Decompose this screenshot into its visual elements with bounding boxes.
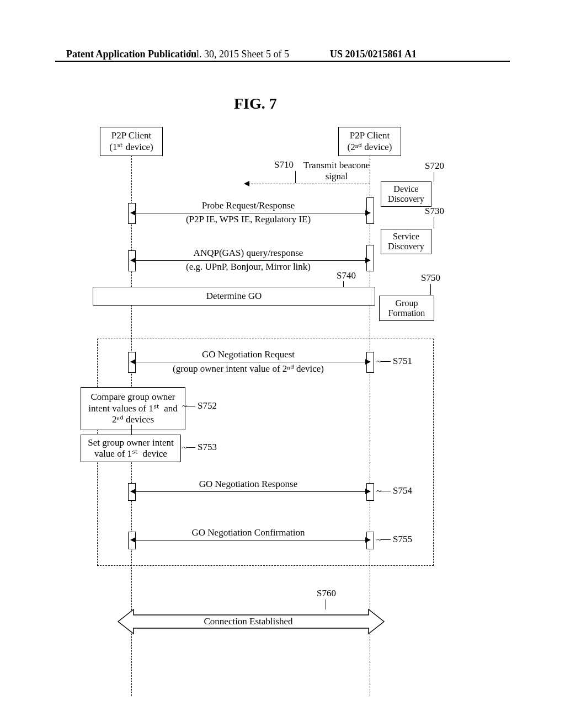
step-s752: S752 [198, 400, 217, 411]
connector-boxes [131, 425, 132, 435]
tilde-s754: ~ [376, 486, 381, 497]
arrow-s754-head-right-icon [365, 489, 371, 494]
leader-s755-seg [381, 539, 391, 540]
tilde-s755: ~ [376, 534, 381, 545]
leader-s751-seg [381, 361, 391, 362]
arrow-s754-head-left-icon [130, 489, 136, 494]
tilde-s753: ~ [182, 442, 187, 453]
arrow-s751 [135, 362, 366, 362]
step-s720: S720 [425, 160, 444, 172]
leader-s750 [430, 284, 431, 295]
entity-right-line2: (2ⁿᵈ device) [345, 141, 394, 153]
figure-label: FIG. 7 [234, 95, 277, 113]
arrow-anqp-head-right-icon [365, 258, 371, 263]
step-s740: S740 [337, 270, 356, 281]
tilde-s752: ~ [182, 401, 187, 412]
entity-left-line2: (1ˢᵗ device) [107, 141, 156, 153]
arrow-s755 [135, 540, 366, 540]
msg-connection: Connection Established [204, 616, 292, 627]
header-left: Patent Application Publication [66, 49, 196, 60]
step-s710: S710 [274, 159, 294, 170]
msg-s751-main: GO Negotiation Request [202, 349, 295, 360]
header-pub: US 2015/0215861 A1 [330, 49, 417, 60]
box-set-intent: Set group owner intent value of 1ˢᵗ devi… [81, 435, 181, 462]
step-s755: S755 [393, 534, 412, 545]
header-rule [55, 61, 510, 62]
step-s730: S730 [425, 206, 444, 217]
msg-probe-main: Probe Request/Response [202, 200, 295, 211]
arrow-anqp-head-left-icon [130, 258, 136, 263]
header-date: Jul. 30, 2015 Sheet 5 of 5 [188, 49, 289, 60]
arrow-probe [135, 213, 366, 213]
arrow-beacon [248, 184, 370, 184]
leader-s753-seg [186, 447, 195, 448]
entity-left-line1: P2P Client [107, 130, 156, 141]
arrow-anqp [135, 260, 366, 261]
page: Patent Application Publication Jul. 30, … [0, 0, 565, 728]
msg-anqp-sub: (e.g. UPnP, Bonjour, Mirror link) [186, 261, 311, 272]
box-determine-go: Determine GO [93, 287, 375, 306]
msg-anqp-main: ANQP(GAS) query/response [194, 248, 303, 259]
step-s753: S753 [198, 442, 217, 453]
arrow-probe-head-right-icon [365, 210, 371, 216]
leader-s754-seg [381, 491, 391, 491]
tilde-s751: ~ [376, 356, 381, 367]
msg-s751-sub: (group owner intent value of 2ⁿᵈ device) [173, 363, 324, 374]
msg-s754: GO Negotiation Response [199, 479, 297, 490]
msg-s755: GO Negotiation Confirmation [192, 527, 305, 538]
step-s754: S754 [393, 485, 412, 496]
arrow-s751-head-right-icon [365, 359, 371, 365]
phase-group-formation: Group Formation [379, 296, 434, 321]
leader-s730 [434, 217, 434, 228]
phase-service-discovery: Service Discovery [381, 229, 431, 254]
arrow-head-left-icon [244, 181, 249, 186]
arrow-s754 [135, 491, 366, 492]
arrow-probe-head-left-icon [130, 210, 136, 216]
leader-s752-seg [186, 406, 195, 406]
step-s750: S750 [421, 272, 440, 283]
step-s760: S760 [317, 588, 336, 599]
box-compare: Compare group owner intent values of 1ˢᵗ… [81, 387, 185, 430]
leader-s720 [434, 172, 434, 182]
sequence-diagram: P2P Client (1ˢᵗ device) P2P Client (2ⁿᵈ … [83, 127, 480, 700]
arrow-s755-head-right-icon [365, 537, 371, 543]
phase-device-discovery: Device Discovery [381, 181, 431, 207]
arrow-s755-head-left-icon [130, 537, 136, 543]
msg-probe-sub: (P2P IE, WPS IE, Regulatory IE) [186, 214, 311, 225]
arrow-s751-head-left-icon [130, 359, 136, 365]
msg-beacon: Transmit beacone signal [292, 160, 381, 182]
step-s751: S751 [393, 356, 412, 367]
leader-s710 [295, 171, 296, 183]
entity-left: P2P Client (1ˢᵗ device) [100, 127, 163, 156]
entity-right-line1: P2P Client [345, 130, 394, 141]
entity-right: P2P Client (2ⁿᵈ device) [338, 127, 401, 156]
